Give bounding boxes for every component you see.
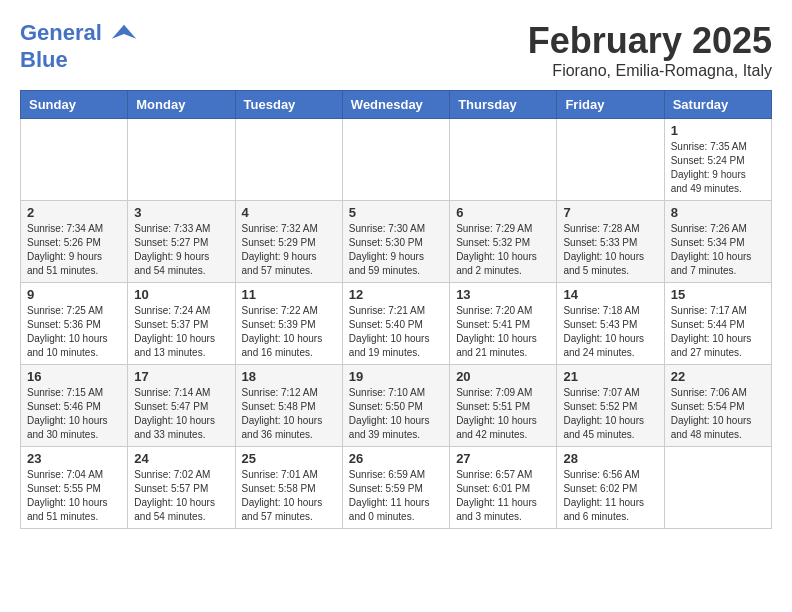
weekday-header-friday: Friday xyxy=(557,91,664,119)
week-row-4: 16Sunrise: 7:15 AM Sunset: 5:46 PM Dayli… xyxy=(21,365,772,447)
day-info: Sunrise: 7:32 AM Sunset: 5:29 PM Dayligh… xyxy=(242,222,336,278)
logo-blue: Blue xyxy=(20,48,138,72)
day-info: Sunrise: 6:59 AM Sunset: 5:59 PM Dayligh… xyxy=(349,468,443,524)
day-info: Sunrise: 6:57 AM Sunset: 6:01 PM Dayligh… xyxy=(456,468,550,524)
weekday-header-saturday: Saturday xyxy=(664,91,771,119)
calendar-cell: 9Sunrise: 7:25 AM Sunset: 5:36 PM Daylig… xyxy=(21,283,128,365)
day-info: Sunrise: 7:04 AM Sunset: 5:55 PM Dayligh… xyxy=(27,468,121,524)
day-number: 24 xyxy=(134,451,228,466)
day-number: 16 xyxy=(27,369,121,384)
day-info: Sunrise: 7:01 AM Sunset: 5:58 PM Dayligh… xyxy=(242,468,336,524)
day-info: Sunrise: 7:14 AM Sunset: 5:47 PM Dayligh… xyxy=(134,386,228,442)
weekday-header-sunday: Sunday xyxy=(21,91,128,119)
calendar-cell xyxy=(450,119,557,201)
day-number: 17 xyxy=(134,369,228,384)
title-block: February 2025 Fiorano, Emilia-Romagna, I… xyxy=(528,20,772,80)
day-info: Sunrise: 7:15 AM Sunset: 5:46 PM Dayligh… xyxy=(27,386,121,442)
day-number: 10 xyxy=(134,287,228,302)
day-info: Sunrise: 7:28 AM Sunset: 5:33 PM Dayligh… xyxy=(563,222,657,278)
calendar-cell xyxy=(21,119,128,201)
week-row-1: 1Sunrise: 7:35 AM Sunset: 5:24 PM Daylig… xyxy=(21,119,772,201)
calendar-cell: 1Sunrise: 7:35 AM Sunset: 5:24 PM Daylig… xyxy=(664,119,771,201)
calendar-cell: 14Sunrise: 7:18 AM Sunset: 5:43 PM Dayli… xyxy=(557,283,664,365)
day-info: Sunrise: 7:06 AM Sunset: 5:54 PM Dayligh… xyxy=(671,386,765,442)
day-number: 14 xyxy=(563,287,657,302)
day-info: Sunrise: 7:35 AM Sunset: 5:24 PM Dayligh… xyxy=(671,140,765,196)
weekday-header-thursday: Thursday xyxy=(450,91,557,119)
calendar-cell: 2Sunrise: 7:34 AM Sunset: 5:26 PM Daylig… xyxy=(21,201,128,283)
day-number: 5 xyxy=(349,205,443,220)
day-info: Sunrise: 7:18 AM Sunset: 5:43 PM Dayligh… xyxy=(563,304,657,360)
day-number: 15 xyxy=(671,287,765,302)
day-number: 27 xyxy=(456,451,550,466)
calendar-cell: 27Sunrise: 6:57 AM Sunset: 6:01 PM Dayli… xyxy=(450,447,557,529)
day-number: 3 xyxy=(134,205,228,220)
calendar-cell: 28Sunrise: 6:56 AM Sunset: 6:02 PM Dayli… xyxy=(557,447,664,529)
calendar-cell: 6Sunrise: 7:29 AM Sunset: 5:32 PM Daylig… xyxy=(450,201,557,283)
day-number: 25 xyxy=(242,451,336,466)
logo-bird-icon xyxy=(110,20,138,48)
calendar-cell: 11Sunrise: 7:22 AM Sunset: 5:39 PM Dayli… xyxy=(235,283,342,365)
logo: General Blue xyxy=(20,20,138,72)
calendar-cell: 5Sunrise: 7:30 AM Sunset: 5:30 PM Daylig… xyxy=(342,201,449,283)
day-info: Sunrise: 7:10 AM Sunset: 5:50 PM Dayligh… xyxy=(349,386,443,442)
calendar-cell: 15Sunrise: 7:17 AM Sunset: 5:44 PM Dayli… xyxy=(664,283,771,365)
day-info: Sunrise: 7:20 AM Sunset: 5:41 PM Dayligh… xyxy=(456,304,550,360)
day-info: Sunrise: 7:22 AM Sunset: 5:39 PM Dayligh… xyxy=(242,304,336,360)
day-number: 11 xyxy=(242,287,336,302)
day-info: Sunrise: 7:25 AM Sunset: 5:36 PM Dayligh… xyxy=(27,304,121,360)
weekday-header-monday: Monday xyxy=(128,91,235,119)
calendar-cell: 16Sunrise: 7:15 AM Sunset: 5:46 PM Dayli… xyxy=(21,365,128,447)
calendar-cell: 25Sunrise: 7:01 AM Sunset: 5:58 PM Dayli… xyxy=(235,447,342,529)
calendar-cell: 8Sunrise: 7:26 AM Sunset: 5:34 PM Daylig… xyxy=(664,201,771,283)
day-number: 6 xyxy=(456,205,550,220)
day-info: Sunrise: 7:12 AM Sunset: 5:48 PM Dayligh… xyxy=(242,386,336,442)
day-info: Sunrise: 7:21 AM Sunset: 5:40 PM Dayligh… xyxy=(349,304,443,360)
day-number: 21 xyxy=(563,369,657,384)
week-row-2: 2Sunrise: 7:34 AM Sunset: 5:26 PM Daylig… xyxy=(21,201,772,283)
location-title: Fiorano, Emilia-Romagna, Italy xyxy=(528,62,772,80)
calendar-table: SundayMondayTuesdayWednesdayThursdayFrid… xyxy=(20,90,772,529)
calendar-cell xyxy=(235,119,342,201)
day-info: Sunrise: 7:24 AM Sunset: 5:37 PM Dayligh… xyxy=(134,304,228,360)
day-info: Sunrise: 7:02 AM Sunset: 5:57 PM Dayligh… xyxy=(134,468,228,524)
day-number: 22 xyxy=(671,369,765,384)
calendar-header-row: SundayMondayTuesdayWednesdayThursdayFrid… xyxy=(21,91,772,119)
weekday-header-tuesday: Tuesday xyxy=(235,91,342,119)
calendar-cell: 13Sunrise: 7:20 AM Sunset: 5:41 PM Dayli… xyxy=(450,283,557,365)
day-info: Sunrise: 7:29 AM Sunset: 5:32 PM Dayligh… xyxy=(456,222,550,278)
day-info: Sunrise: 7:26 AM Sunset: 5:34 PM Dayligh… xyxy=(671,222,765,278)
day-number: 26 xyxy=(349,451,443,466)
day-number: 7 xyxy=(563,205,657,220)
day-number: 18 xyxy=(242,369,336,384)
calendar-cell: 10Sunrise: 7:24 AM Sunset: 5:37 PM Dayli… xyxy=(128,283,235,365)
calendar-cell xyxy=(557,119,664,201)
day-number: 20 xyxy=(456,369,550,384)
day-info: Sunrise: 7:09 AM Sunset: 5:51 PM Dayligh… xyxy=(456,386,550,442)
page-header: General Blue February 2025 Fiorano, Emil… xyxy=(20,20,772,80)
day-number: 13 xyxy=(456,287,550,302)
day-info: Sunrise: 7:17 AM Sunset: 5:44 PM Dayligh… xyxy=(671,304,765,360)
calendar-cell: 17Sunrise: 7:14 AM Sunset: 5:47 PM Dayli… xyxy=(128,365,235,447)
calendar-cell: 20Sunrise: 7:09 AM Sunset: 5:51 PM Dayli… xyxy=(450,365,557,447)
day-number: 12 xyxy=(349,287,443,302)
logo-general: General xyxy=(20,20,102,45)
day-number: 19 xyxy=(349,369,443,384)
month-title: February 2025 xyxy=(528,20,772,62)
day-number: 9 xyxy=(27,287,121,302)
week-row-3: 9Sunrise: 7:25 AM Sunset: 5:36 PM Daylig… xyxy=(21,283,772,365)
calendar-cell: 7Sunrise: 7:28 AM Sunset: 5:33 PM Daylig… xyxy=(557,201,664,283)
day-info: Sunrise: 7:07 AM Sunset: 5:52 PM Dayligh… xyxy=(563,386,657,442)
weekday-header-wednesday: Wednesday xyxy=(342,91,449,119)
calendar-cell: 22Sunrise: 7:06 AM Sunset: 5:54 PM Dayli… xyxy=(664,365,771,447)
day-info: Sunrise: 7:33 AM Sunset: 5:27 PM Dayligh… xyxy=(134,222,228,278)
day-info: Sunrise: 6:56 AM Sunset: 6:02 PM Dayligh… xyxy=(563,468,657,524)
calendar-cell xyxy=(128,119,235,201)
day-info: Sunrise: 7:34 AM Sunset: 5:26 PM Dayligh… xyxy=(27,222,121,278)
calendar-cell: 12Sunrise: 7:21 AM Sunset: 5:40 PM Dayli… xyxy=(342,283,449,365)
calendar-cell: 23Sunrise: 7:04 AM Sunset: 5:55 PM Dayli… xyxy=(21,447,128,529)
calendar-cell xyxy=(664,447,771,529)
calendar-cell: 4Sunrise: 7:32 AM Sunset: 5:29 PM Daylig… xyxy=(235,201,342,283)
calendar-cell: 19Sunrise: 7:10 AM Sunset: 5:50 PM Dayli… xyxy=(342,365,449,447)
calendar-cell: 26Sunrise: 6:59 AM Sunset: 5:59 PM Dayli… xyxy=(342,447,449,529)
